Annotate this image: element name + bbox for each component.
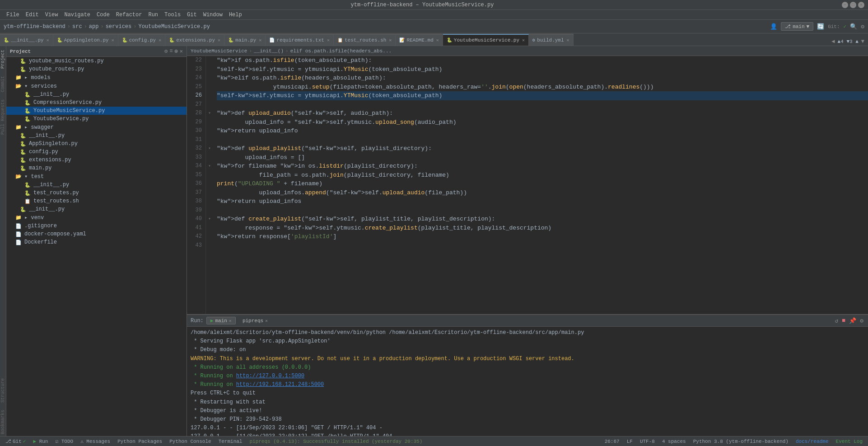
code-line[interactable]: "self-kw">self.ytmusic = ytmusicapi.YTMu… — [217, 65, 868, 74]
fold-icon[interactable]: ▾ — [208, 144, 211, 153]
code-line[interactable]: "kw">return upload_infos — [217, 197, 868, 206]
tab-requirements[interactable]: 📄 requirements.txt ✕ — [266, 34, 334, 46]
code-line[interactable]: "kw">if os.path.isfile(token_absolute_pa… — [217, 56, 868, 65]
tab-init[interactable]: 🐍 __init__.py ✕ — [0, 34, 53, 46]
status-event-log[interactable]: Event Log — [834, 439, 864, 444]
run-config-pipreqs-close[interactable]: ✕ — [265, 318, 268, 324]
tree-close-icon[interactable]: ✕ — [180, 48, 183, 55]
tree-item[interactable]: 🐍youtube_music_routes.py — [6, 57, 187, 65]
code-line[interactable] — [217, 206, 868, 215]
code-line[interactable]: print("UPLOADING " + filename) — [217, 179, 868, 188]
side-tab-project[interactable]: Project — [0, 48, 6, 70]
fold-icon[interactable]: ▾ — [208, 215, 211, 224]
tab-close-appsingleton[interactable]: ✕ — [112, 38, 114, 43]
run-panel-content[interactable]: /home/aleixmt/Escritorio/ytm-offline-bac… — [187, 327, 868, 436]
side-tab-bookmarks[interactable]: Bookmarks — [0, 408, 6, 436]
run-pin-icon[interactable]: 📌 — [848, 316, 857, 325]
branch-button[interactable]: ⎇ main ▼ — [781, 22, 813, 31]
tree-item[interactable]: 🐍__init__.py — [6, 181, 187, 189]
tree-item[interactable]: 📁▸ models — [6, 73, 187, 82]
fold-icon[interactable]: ▾ — [208, 162, 211, 171]
tree-item[interactable]: 📂▾ test — [6, 172, 187, 181]
run-stop-icon[interactable]: ■ — [841, 316, 846, 325]
status-lf[interactable]: LF — [625, 439, 635, 444]
tree-item[interactable]: 📄docker-compose.yaml — [6, 230, 187, 238]
run-settings-icon[interactable]: ⚙ — [859, 316, 864, 325]
status-language[interactable]: Python 3.8 (ytm-offline-backend) — [691, 439, 790, 444]
tree-item[interactable]: 🐍test_routes.py — [6, 189, 187, 197]
tab-test-routes-sh[interactable]: 📋 test_routes.sh ✕ — [334, 34, 396, 46]
bc-class[interactable]: YoutubeMusicService — [191, 48, 247, 54]
tab-main[interactable]: 🐍 main.py ✕ — [224, 34, 266, 46]
tab-close-main[interactable]: ✕ — [259, 38, 261, 43]
tab-build-yml[interactable]: ⚙ build.yml ✕ — [529, 34, 573, 46]
tree-item[interactable]: 🐍__init__.py — [6, 205, 187, 213]
tab-extensions[interactable]: 🐍 extensions.py ✕ — [165, 34, 224, 46]
tree-item[interactable]: 🐍YoutubeService.py — [6, 115, 187, 123]
status-encoding[interactable]: UTF-8 — [638, 439, 657, 444]
status-indent[interactable]: 4 spaces — [660, 439, 688, 444]
tab-close-build-yml[interactable]: ✕ — [567, 38, 569, 43]
tree-item[interactable]: 🐍CompressionService.py — [6, 99, 187, 107]
tabs-more[interactable]: ▼ — [859, 38, 866, 46]
run-restart-icon[interactable]: ↺ — [834, 316, 840, 325]
status-todo[interactable]: ☑ TODO — [53, 438, 75, 444]
code-line[interactable] — [217, 136, 868, 145]
tree-item[interactable]: 🐍__init__.py — [6, 90, 187, 99]
tree-expand-icon[interactable]: ⊕ — [175, 48, 178, 55]
menu-window[interactable]: Window — [201, 11, 225, 19]
tab-readme[interactable]: 📝 README.md ✕ — [396, 34, 443, 46]
status-run[interactable]: ▶ Run — [31, 438, 50, 444]
code-line[interactable]: ytmusicapi.setup(filepath=token_absolute… — [217, 83, 868, 92]
tree-item[interactable]: 🐍YoutubeMusicService.py — [6, 107, 187, 115]
side-tab-structure[interactable]: Structure — [0, 376, 6, 404]
run-config-main[interactable]: ▶ main ✕ — [206, 317, 236, 324]
close-button[interactable]: ✕ — [858, 2, 864, 8]
status-python-console[interactable]: Python Console — [168, 439, 213, 444]
menu-navigate[interactable]: Navigate — [61, 11, 93, 19]
code-line[interactable]: "kw">def upload_audio("self-kw">self, au… — [217, 109, 868, 118]
fold-icon[interactable]: ▾ — [208, 109, 211, 118]
tab-close-test-routes-sh[interactable]: ✕ — [389, 38, 392, 43]
menu-git[interactable]: Git — [184, 11, 200, 19]
breadcrumb-app[interactable]: app — [89, 23, 99, 30]
code-line[interactable]: upload_infos = [] — [217, 153, 868, 162]
menu-run[interactable]: Run — [145, 11, 161, 19]
tab-config[interactable]: 🐍 config.py ✕ — [118, 34, 165, 46]
tree-item[interactable]: 🐍extensions.py — [6, 156, 187, 164]
tab-appsingleton[interactable]: 🐍 AppSingleton.py ✕ — [53, 34, 118, 46]
tab-close-extensions[interactable]: ✕ — [218, 38, 220, 43]
terminal-link[interactable]: http://192.168.121.248:5000 — [236, 381, 324, 388]
status-docs[interactable]: docs/readme — [794, 439, 831, 444]
tabs-scroll-left[interactable]: ◀ — [830, 37, 836, 46]
status-position[interactable]: 26:67 — [603, 439, 621, 444]
menu-help[interactable]: Help — [226, 11, 245, 19]
code-line[interactable]: "kw">for filename "kw">in os.listdir(pla… — [217, 162, 868, 171]
side-tab-commit[interactable]: Commit — [0, 74, 6, 94]
status-terminal[interactable]: Terminal — [217, 439, 244, 444]
code-line[interactable]: "kw">return response['playlistId'] — [217, 232, 868, 241]
tree-collapse-icon[interactable]: ≡ — [169, 48, 173, 55]
tree-item[interactable]: 🐍youtube_routes.py — [6, 65, 187, 73]
menu-view[interactable]: View — [42, 11, 61, 19]
tree-item[interactable]: 📁▸ swagger — [6, 123, 187, 131]
tree-item[interactable]: 📋test_routes.sh — [6, 197, 187, 205]
tree-item[interactable]: 🐍__init__.py — [6, 131, 187, 140]
tab-close-config[interactable]: ✕ — [159, 38, 161, 43]
tab-close-youtubemusic[interactable]: ✕ — [522, 38, 525, 43]
tab-youtubemusic[interactable]: 🐍 YoutubeMusicService.py ✕ — [443, 34, 529, 46]
breadcrumb-src[interactable]: src — [72, 23, 82, 30]
minimize-button[interactable]: ─ — [842, 2, 848, 8]
menu-file[interactable]: File — [4, 11, 22, 19]
breadcrumb-project[interactable]: ytm-offline-backend — [4, 23, 65, 30]
tree-item[interactable]: 🐍AppSingleton.py — [6, 140, 187, 148]
tree-item[interactable]: 📂▾ services — [6, 82, 187, 90]
code-content[interactable]: "kw">if os.path.isfile(token_absolute_pa… — [213, 56, 868, 314]
tree-item[interactable]: 📁▸ venv — [6, 213, 187, 222]
code-line[interactable]: response = "self-kw">self.ytmusic.create… — [217, 224, 868, 233]
code-line[interactable]: "self-kw">self.ytmusic = ytmusicapi.YTMu… — [217, 91, 868, 100]
breadcrumb-services[interactable]: services — [106, 23, 132, 30]
code-line[interactable] — [217, 241, 868, 250]
status-messages[interactable]: ⚠ Messages — [79, 438, 112, 444]
tree-settings-icon[interactable]: ⚙ — [164, 48, 168, 55]
